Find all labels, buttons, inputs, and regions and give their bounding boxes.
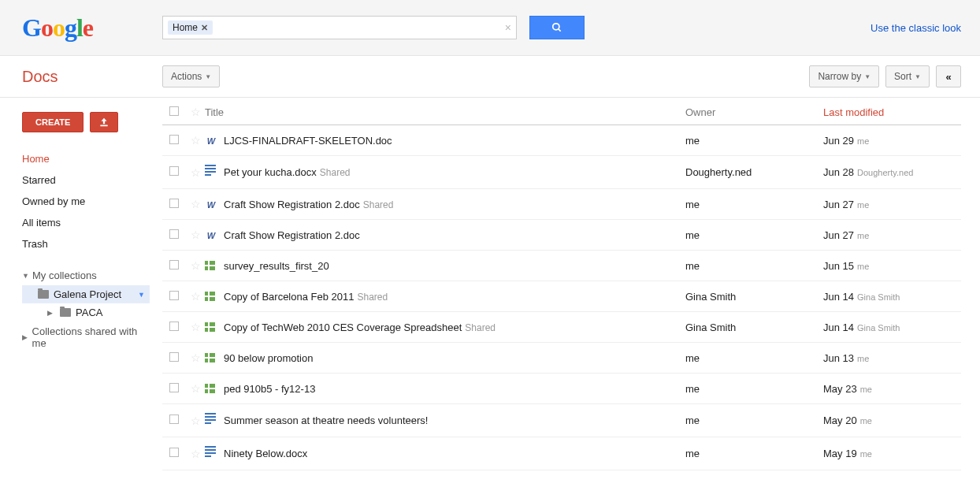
- owner-cell: Gina Smith: [685, 322, 823, 333]
- google-doc-icon: [205, 165, 216, 177]
- modified-by: Gina Smith: [857, 323, 900, 333]
- table-row[interactable]: ☆90 below promotionmeJun 13me: [162, 343, 961, 374]
- modified-date: Jun 14: [823, 322, 854, 333]
- folder-icon: [38, 290, 49, 299]
- row-checkbox[interactable]: [169, 229, 179, 239]
- doc-title[interactable]: Ninety Below.docx: [224, 448, 307, 459]
- collection-item[interactable]: Galena Project▼: [22, 285, 150, 303]
- table-row[interactable]: ☆WCraft Show Registration 2.docmeJun 27m…: [162, 220, 961, 251]
- row-checkbox[interactable]: [169, 415, 179, 424]
- owner-cell: Dougherty.ned: [685, 166, 823, 178]
- app-title: Docs: [22, 68, 140, 86]
- collections-list: Galena Project▼▶PACA: [22, 285, 150, 322]
- actions-button[interactable]: Actions ▼: [162, 65, 220, 87]
- caret-down-icon: ▼: [22, 272, 30, 280]
- nav-item-home[interactable]: Home: [22, 148, 150, 169]
- column-owner[interactable]: Owner: [685, 106, 823, 118]
- spreadsheet-icon: [205, 292, 224, 301]
- modified-date: May 23: [823, 383, 857, 395]
- nav-item-all-items[interactable]: All items: [22, 212, 150, 233]
- doc-title[interactable]: Pet your kucha.docx: [224, 166, 317, 178]
- table-row[interactable]: ☆ped 910b5 - fy12-13meMay 23me: [162, 374, 961, 404]
- table-row[interactable]: ☆WLJCS-FINALDRAFT-SKELETON.docmeJun 29me: [162, 125, 961, 156]
- star-icon[interactable]: ☆: [191, 134, 201, 147]
- star-icon[interactable]: ☆: [191, 382, 201, 395]
- table-row[interactable]: ☆Ninety Below.docxmeMay 19me: [162, 437, 961, 470]
- owner-cell: me: [685, 352, 823, 364]
- upload-icon: [98, 117, 110, 128]
- search-chip[interactable]: Home ✕: [168, 20, 213, 35]
- toolbar: Docs Actions ▼ Narrow by ▼ Sort ▼ «: [0, 56, 980, 98]
- star-icon[interactable]: ☆: [191, 448, 201, 460]
- doc-title[interactable]: Craft Show Registration 2.doc: [224, 199, 360, 210]
- word-doc-icon: W: [205, 230, 217, 241]
- upload-button[interactable]: [90, 112, 118, 132]
- sort-button[interactable]: Sort ▼: [885, 65, 930, 87]
- row-checkbox[interactable]: [169, 322, 179, 331]
- search-chip-label: Home: [173, 22, 198, 33]
- column-title[interactable]: Title: [205, 106, 685, 118]
- modified-by: me: [860, 449, 872, 459]
- star-icon[interactable]: ☆: [191, 229, 201, 241]
- collection-menu-icon[interactable]: ▼: [138, 291, 145, 299]
- select-all-checkbox[interactable]: [169, 106, 179, 116]
- my-collections-label: My collections: [32, 270, 97, 281]
- shared-badge: Shared: [465, 322, 496, 333]
- doc-title[interactable]: Copy of Barcelona Feb 2011: [224, 291, 355, 303]
- caret-down-icon: ▼: [864, 73, 870, 80]
- row-checkbox[interactable]: [169, 383, 179, 392]
- star-icon[interactable]: ☆: [191, 290, 201, 303]
- collapse-button[interactable]: «: [936, 65, 961, 87]
- modified-date: May 20: [823, 415, 857, 426]
- star-icon[interactable]: ☆: [191, 415, 201, 427]
- doc-title[interactable]: Summer season at theatre needs volunteer…: [224, 415, 428, 426]
- shared-collections-toggle[interactable]: ▶ Collections shared with me: [22, 322, 150, 353]
- doc-title[interactable]: Craft Show Registration 2.doc: [224, 229, 360, 241]
- modified-date: May 19: [823, 448, 857, 459]
- table-row[interactable]: ☆Pet your kucha.docxSharedDougherty.nedJ…: [162, 156, 961, 189]
- classic-look-link[interactable]: Use the classic look: [870, 22, 961, 34]
- doc-title[interactable]: 90 below promotion: [224, 352, 313, 364]
- table-row[interactable]: ☆Copy of Barcelona Feb 2011SharedGina Sm…: [162, 281, 961, 312]
- caret-down-icon: ▼: [915, 73, 921, 80]
- nav-item-trash[interactable]: Trash: [22, 233, 150, 255]
- star-header-icon: ☆: [191, 106, 201, 118]
- doc-title[interactable]: survey_results_first_20: [224, 260, 329, 272]
- table-row[interactable]: ☆WCraft Show Registration 2.docSharedmeJ…: [162, 189, 961, 220]
- google-logo[interactable]: Google: [22, 13, 132, 43]
- owner-cell: me: [685, 135, 823, 147]
- table-row[interactable]: ☆Copy of TechWeb 2010 CES Coverage Sprea…: [162, 312, 961, 343]
- star-icon[interactable]: ☆: [191, 259, 201, 272]
- search-button[interactable]: [529, 16, 585, 39]
- column-modified[interactable]: Last modified: [823, 106, 961, 118]
- google-doc-icon: [205, 446, 216, 459]
- collection-item[interactable]: ▶PACA: [32, 303, 150, 322]
- star-icon[interactable]: ☆: [191, 321, 201, 333]
- modified-by: me: [857, 262, 869, 271]
- row-checkbox[interactable]: [169, 352, 179, 362]
- caret-right-icon: ▶: [47, 309, 55, 317]
- row-checkbox[interactable]: [169, 199, 179, 208]
- star-icon[interactable]: ☆: [191, 351, 201, 364]
- star-icon[interactable]: ☆: [191, 198, 201, 210]
- create-button[interactable]: CREATE: [22, 112, 84, 132]
- row-checkbox[interactable]: [169, 260, 179, 270]
- narrow-by-button[interactable]: Narrow by ▼: [809, 65, 879, 87]
- doc-title[interactable]: ped 910b5 - fy12-13: [224, 383, 315, 395]
- nav-item-starred[interactable]: Starred: [22, 169, 150, 191]
- nav-item-owned-by-me[interactable]: Owned by me: [22, 191, 150, 212]
- doc-title[interactable]: Copy of TechWeb 2010 CES Coverage Spread…: [224, 322, 462, 333]
- row-checkbox[interactable]: [169, 448, 179, 457]
- row-checkbox[interactable]: [169, 291, 179, 300]
- row-checkbox[interactable]: [169, 135, 179, 144]
- doc-title[interactable]: LJCS-FINALDRAFT-SKELETON.doc: [224, 135, 392, 147]
- table-row[interactable]: ☆survey_results_first_20meJun 15me: [162, 251, 961, 281]
- star-icon[interactable]: ☆: [191, 166, 201, 179]
- my-collections-toggle[interactable]: ▼ My collections: [22, 266, 150, 285]
- chip-remove-icon[interactable]: ✕: [201, 23, 208, 33]
- row-checkbox[interactable]: [169, 166, 179, 176]
- table-row[interactable]: ☆Summer season at theatre needs voluntee…: [162, 404, 961, 437]
- search-clear-icon[interactable]: ×: [505, 21, 511, 34]
- shared-collections-label: Collections shared with me: [32, 325, 150, 349]
- search-input[interactable]: Home ✕ ×: [162, 16, 517, 39]
